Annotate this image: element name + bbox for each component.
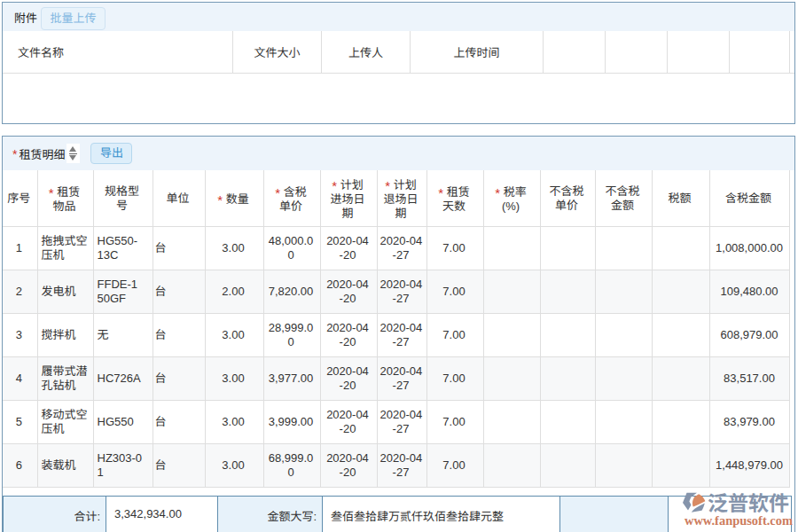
svg-text:www.fanpusoft.com: www.fanpusoft.com xyxy=(685,513,793,528)
svg-text:泛普软件: 泛普软件 xyxy=(708,487,789,517)
